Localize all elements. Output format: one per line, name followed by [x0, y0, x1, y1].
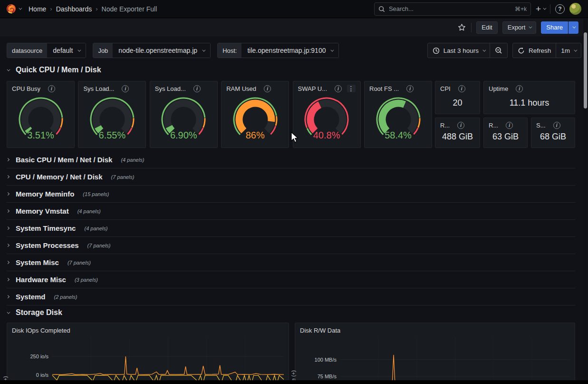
panel-title: Root FS ...	[369, 85, 399, 92]
job-picker: Job node-tile.openstreetmap.jp	[93, 43, 211, 58]
chevron-down-icon	[529, 25, 532, 29]
info-icon[interactable]: i	[335, 85, 342, 92]
stat-panel-rootfs-total: R... i 488 GiB	[435, 118, 480, 148]
gauge-value: 40.8%	[293, 130, 360, 141]
panel-menu-icon[interactable]: ⋮	[347, 85, 356, 92]
section-cpu-memory-net-disk[interactable]: CPU / Memory / Net / Disk (7 panels)	[7, 168, 575, 186]
chevron-down-icon	[574, 48, 577, 51]
stat-value: 11.1 hours	[484, 98, 575, 108]
panel-header[interactable]: CPI i	[435, 81, 480, 94]
chevron-down-icon	[19, 7, 22, 10]
breadcrumb-home[interactable]: Home	[29, 5, 46, 13]
info-icon[interactable]: i	[264, 85, 271, 92]
section-system-misc[interactable]: System Misc (7 panels)	[7, 254, 575, 271]
stat-value: 68 GiB	[531, 132, 575, 142]
gauge-value: 6.55%	[78, 130, 145, 141]
section-systemd[interactable]: Systemd (2 panels)	[7, 288, 575, 305]
panel-header[interactable]: Uptime i	[484, 81, 575, 94]
window-bottom-edge	[0, 380, 588, 384]
refresh-group: Refresh 1m	[512, 43, 581, 58]
chevron-down-icon	[331, 48, 334, 51]
refresh-icon	[518, 47, 525, 54]
export-button[interactable]: Export	[502, 21, 537, 34]
chart-panel-disk-iops: Disk IOps Completed 250 io/s0 io/s (+)	[7, 323, 289, 384]
host-value: tile.openstreetmap.jp:9100	[247, 47, 326, 54]
refresh-button[interactable]: Refresh	[513, 43, 556, 58]
panels-count: (4 panels)	[121, 157, 144, 163]
help-button[interactable]: ?	[555, 4, 565, 14]
info-icon[interactable]: i	[406, 85, 414, 92]
stat-panel-ram-total: R... i 63 GiB	[483, 118, 528, 148]
panel-header[interactable]: Disk R/W Data	[295, 323, 575, 335]
top-navbar: Home › Dashboards › Node Exporter Full S…	[0, 0, 588, 18]
breadcrumb-separator-icon: ›	[96, 5, 97, 12]
panel-title: CPU Busy	[12, 85, 40, 92]
gauge-panel: Sys Load... i 6.55%	[78, 81, 146, 148]
section-storage-disk[interactable]: Storage Disk	[7, 308, 62, 317]
section-hardware-misc[interactable]: Hardware Misc (3 panels)	[7, 271, 575, 288]
panel-header[interactable]: CPU Busy i	[7, 81, 74, 94]
stat-value: 20	[435, 98, 480, 108]
section-system-timesync[interactable]: System Timesync (4 panels)	[7, 220, 575, 237]
info-icon[interactable]: i	[48, 85, 55, 92]
chevron-right-icon	[6, 295, 10, 298]
svg-text:0 io/s: 0 io/s	[36, 372, 49, 378]
info-icon[interactable]: i	[506, 122, 513, 129]
refresh-label: Refresh	[529, 47, 551, 54]
section-title: System Processes	[16, 241, 79, 249]
panel-title: Disk R/W Data	[300, 327, 340, 334]
panel-header[interactable]: RAM Used i	[222, 81, 289, 94]
section-memory-vmstat[interactable]: Memory Vmstat (4 panels)	[7, 203, 575, 220]
section-title: Quick CPU / Mem / Disk	[16, 66, 101, 74]
search-input[interactable]: Search... ⌘+k	[374, 2, 531, 16]
section-memory-meminfo[interactable]: Memory Meminfo (15 panels)	[7, 186, 575, 203]
host-select[interactable]: tile.openstreetmap.jp:9100	[241, 43, 338, 58]
chevron-right-icon	[6, 244, 10, 247]
svg-text:250 io/s: 250 io/s	[30, 354, 48, 359]
zoom-out-icon	[495, 47, 502, 54]
new-menu-button[interactable]: +	[536, 4, 545, 13]
panel-header[interactable]: R... i	[484, 118, 527, 130]
info-icon[interactable]: i	[122, 85, 129, 92]
panel-header[interactable]: S... i	[531, 118, 575, 130]
datasource-select[interactable]: default	[47, 43, 86, 58]
section-system-processes[interactable]: System Processes (7 panels)	[7, 237, 575, 254]
star-button[interactable]	[457, 23, 466, 32]
panels-count: (4 panels)	[84, 226, 107, 231]
time-range-picker[interactable]: Last 3 hours	[428, 43, 490, 58]
section-title: Hardware Misc	[16, 276, 66, 284]
scrollbar-thumb[interactable]	[584, 32, 587, 108]
chevron-down-icon	[543, 7, 546, 10]
breadcrumb-separator-icon: ›	[50, 5, 52, 12]
info-icon[interactable]: i	[458, 85, 465, 92]
panel-header[interactable]: Root FS ... i	[365, 81, 432, 94]
zoom-out-button[interactable]	[490, 43, 507, 58]
info-icon[interactable]: i	[457, 122, 464, 129]
share-menu-button[interactable]	[569, 21, 578, 34]
stat-panel-swap-total: S... i 68 GiB	[531, 118, 575, 148]
plus-icon: +	[536, 4, 541, 13]
grafana-logo-icon[interactable]	[6, 3, 21, 14]
section-basic-cpu-mem-net-disk[interactable]: Basic CPU / Mem / Net / Disk (4 panels)	[7, 151, 575, 168]
share-button[interactable]: Share	[541, 21, 568, 34]
info-icon[interactable]: i	[193, 85, 201, 92]
panel-header[interactable]: Sys Load... i	[78, 81, 145, 94]
panel-header[interactable]: Disk IOps Completed	[7, 323, 289, 335]
section-quick-cpu-mem-disk[interactable]: Quick CPU / Mem / Disk	[7, 66, 101, 74]
info-icon[interactable]: i	[516, 85, 523, 92]
edit-button[interactable]: Edit	[476, 21, 497, 34]
section-title: CPU / Memory / Net / Disk	[16, 173, 103, 181]
panel-title: Disk IOps Completed	[12, 327, 70, 334]
panel-header[interactable]: SWAP U... i⋮	[293, 81, 360, 94]
chevron-down-icon	[7, 310, 10, 314]
refresh-interval-select[interactable]: 1m	[556, 43, 581, 58]
stat-panel-cpu-cores: CPI i 20	[435, 81, 480, 114]
panel-header[interactable]: R... i	[435, 118, 480, 130]
job-select[interactable]: node-tile.openstreetmap.jp	[113, 43, 210, 58]
gauge-value: 6.90%	[150, 130, 217, 141]
panel-header[interactable]: Sys Load... i	[150, 81, 217, 94]
user-avatar[interactable]	[569, 3, 581, 15]
breadcrumb-dashboards[interactable]: Dashboards	[56, 5, 92, 13]
panels-count: (15 panels)	[83, 191, 109, 197]
info-icon[interactable]: i	[553, 122, 560, 129]
